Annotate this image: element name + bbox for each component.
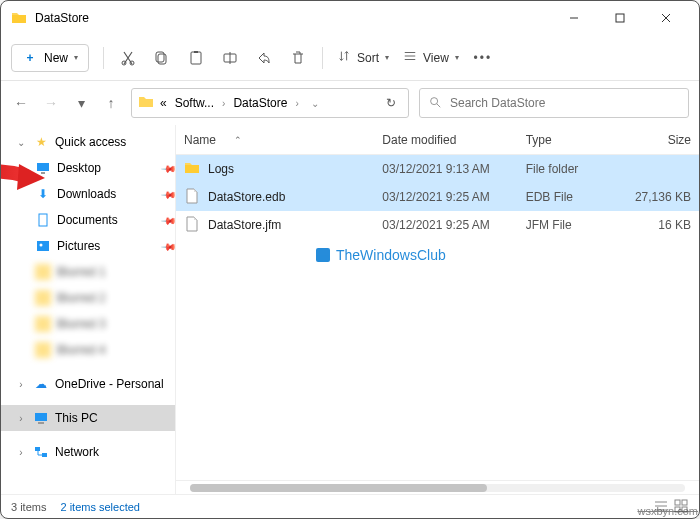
sort-icon <box>337 49 351 66</box>
column-header-name[interactable]: Name ⌃ <box>176 133 374 147</box>
breadcrumb[interactable]: Softw... <box>173 96 216 110</box>
file-date: 03/12/2021 9:25 AM <box>374 218 517 232</box>
star-icon: ★ <box>33 134 49 150</box>
svg-rect-15 <box>37 163 49 171</box>
breadcrumb[interactable]: DataStore <box>231 96 289 110</box>
pc-icon <box>33 410 49 426</box>
sidebar-item-blurred[interactable]: Blurred 3 <box>1 311 175 337</box>
svg-rect-17 <box>39 214 47 226</box>
forward-button[interactable]: → <box>41 93 61 113</box>
copy-icon[interactable] <box>152 48 172 68</box>
back-button[interactable]: ← <box>11 93 31 113</box>
sidebar-item-desktop[interactable]: Desktop 📌 <box>1 155 175 181</box>
navigation-pane: ⌄ ★ Quick access Desktop 📌 ⬇ Downloads 📌… <box>1 125 176 494</box>
column-headers: Name ⌃ Date modified Type Size <box>176 125 699 155</box>
svg-line-13 <box>437 103 441 107</box>
svg-point-19 <box>40 244 43 247</box>
minimize-button[interactable] <box>551 1 597 35</box>
more-icon[interactable]: ••• <box>473 48 493 68</box>
source-caption: wsxbyn.com <box>637 505 698 517</box>
sidebar-item-documents[interactable]: Documents 📌 <box>1 207 175 233</box>
chevron-right-icon[interactable]: › <box>293 98 300 109</box>
file-date: 03/12/2021 9:13 AM <box>374 162 517 176</box>
title-bar: DataStore <box>1 1 699 35</box>
cloud-icon: ☁ <box>33 376 49 392</box>
file-size: 27,136 KB <box>611 190 699 204</box>
file-size: 16 KB <box>611 218 699 232</box>
horizontal-scrollbar[interactable] <box>176 480 699 494</box>
file-type: JFM File <box>518 218 611 232</box>
svg-rect-20 <box>35 413 47 421</box>
breadcrumb-prefix: « <box>158 96 169 110</box>
svg-rect-22 <box>35 447 40 451</box>
desktop-icon <box>35 160 51 176</box>
chevron-down-icon: ▾ <box>455 53 459 62</box>
folder-icon <box>138 94 154 113</box>
file-icon <box>184 188 200 207</box>
chevron-down-icon[interactable]: ⌄ <box>15 137 27 148</box>
sidebar-item-blurred[interactable]: Blurred 2 <box>1 285 175 311</box>
share-icon[interactable] <box>254 48 274 68</box>
search-input[interactable] <box>450 96 680 110</box>
status-bar: 3 items 2 items selected <box>1 494 699 518</box>
paste-icon[interactable] <box>186 48 206 68</box>
sidebar-item-network[interactable]: › Network <box>1 439 175 465</box>
file-icon <box>184 216 200 235</box>
file-row[interactable]: Logs03/12/2021 9:13 AMFile folder <box>176 155 699 183</box>
downloads-icon: ⬇ <box>35 186 51 202</box>
up-button[interactable]: ↑ <box>101 93 121 113</box>
maximize-button[interactable] <box>597 1 643 35</box>
file-row[interactable]: DataStore.edb03/12/2021 9:25 AMEDB File2… <box>176 183 699 211</box>
svg-rect-21 <box>38 422 44 424</box>
documents-icon <box>35 212 51 228</box>
address-dropdown[interactable]: ⌄ <box>305 98 325 109</box>
window-title: DataStore <box>35 11 89 25</box>
chevron-right-icon[interactable]: › <box>15 379 27 390</box>
delete-icon[interactable] <box>288 48 308 68</box>
folder-icon <box>184 160 200 179</box>
svg-rect-8 <box>191 52 201 64</box>
svg-rect-25 <box>682 500 687 505</box>
column-header-size[interactable]: Size <box>611 133 699 147</box>
sort-indicator-icon: ⌃ <box>234 135 242 145</box>
svg-rect-1 <box>616 14 624 22</box>
file-name: Logs <box>208 162 234 176</box>
close-button[interactable] <box>643 1 689 35</box>
chevron-right-icon[interactable]: › <box>220 98 227 109</box>
cut-icon[interactable] <box>118 48 138 68</box>
chevron-right-icon[interactable]: › <box>15 413 27 424</box>
sidebar-item-blurred[interactable]: Blurred 4 <box>1 337 175 363</box>
status-item-count: 3 items <box>11 501 46 513</box>
recent-locations-button[interactable]: ▾ <box>71 93 91 113</box>
column-header-date[interactable]: Date modified <box>374 133 517 147</box>
new-button[interactable]: + New ▾ <box>11 44 89 72</box>
sidebar-item-onedrive[interactable]: › ☁ OneDrive - Personal <box>1 371 175 397</box>
view-icon <box>403 49 417 66</box>
nav-bar: ← → ▾ ↑ « Softw... › DataStore › ⌄ ↻ <box>1 81 699 125</box>
address-bar[interactable]: « Softw... › DataStore › ⌄ ↻ <box>131 88 409 118</box>
file-name: DataStore.edb <box>208 190 285 204</box>
file-row[interactable]: DataStore.jfm03/12/2021 9:25 AMJFM File1… <box>176 211 699 239</box>
sidebar-item-this-pc[interactable]: › This PC <box>1 405 175 431</box>
search-box[interactable] <box>419 88 689 118</box>
sidebar-item-quick-access[interactable]: ⌄ ★ Quick access <box>1 129 175 155</box>
sidebar-item-pictures[interactable]: Pictures 📌 <box>1 233 175 259</box>
svg-point-12 <box>431 97 438 104</box>
file-rows: TheWindowsClub Logs03/12/2021 9:13 AMFil… <box>176 155 699 480</box>
sort-button[interactable]: Sort ▾ <box>337 49 389 66</box>
refresh-button[interactable]: ↻ <box>380 96 402 110</box>
file-date: 03/12/2021 9:25 AM <box>374 190 517 204</box>
rename-icon[interactable] <box>220 48 240 68</box>
chevron-down-icon: ▾ <box>385 53 389 62</box>
sidebar-item-blurred[interactable]: Blurred 1 <box>1 259 175 285</box>
pictures-icon <box>35 238 51 254</box>
file-type: EDB File <box>518 190 611 204</box>
column-header-type[interactable]: Type <box>518 133 611 147</box>
chevron-down-icon: ▾ <box>74 53 78 62</box>
plus-icon: + <box>22 50 38 66</box>
command-toolbar: + New ▾ Sort ▾ View ▾ ••• <box>1 35 699 81</box>
svg-rect-9 <box>194 51 198 53</box>
chevron-right-icon[interactable]: › <box>15 447 27 458</box>
sidebar-item-downloads[interactable]: ⬇ Downloads 📌 <box>1 181 175 207</box>
view-button[interactable]: View ▾ <box>403 49 459 66</box>
